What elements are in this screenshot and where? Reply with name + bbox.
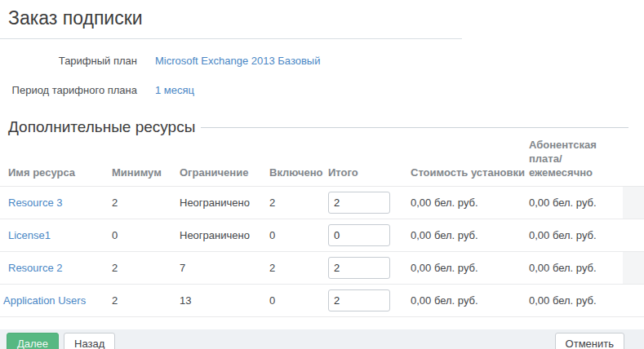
cell-included: 0	[269, 219, 328, 252]
column-header-monthly-fee: Абонентская плата/ ежемесячно	[529, 138, 623, 187]
cancel-button[interactable]: Отменить	[555, 333, 624, 349]
subscription-order-page: Заказ подписки Тарифный планMicrosoft Ex…	[0, 0, 644, 349]
total-input[interactable]	[328, 224, 390, 246]
cell-limit: 13	[180, 285, 269, 317]
resource-name-link[interactable]: License1	[8, 229, 51, 241]
table-row: License1 0 Неограничено 0 0,00 бел. руб.…	[0, 219, 644, 252]
next-button[interactable]: Далее	[7, 333, 59, 349]
back-button[interactable]: Назад	[64, 333, 115, 349]
column-header-minimum: Минимум	[112, 138, 180, 187]
cell-monthly-fee: 0,00 бел. руб.	[529, 187, 623, 219]
cell-monthly-fee: 0,00 бел. руб.	[529, 252, 623, 285]
cell-setup-cost: 0,00 бел. руб.	[411, 252, 529, 285]
resources-table: Имя ресурса Минимум Ограничение Включено…	[0, 138, 644, 317]
column-header-included: Включено	[269, 138, 328, 187]
cell-minimum: 2	[112, 252, 180, 285]
page-title: Заказ подписки	[8, 7, 462, 29]
cell-empty	[623, 252, 644, 285]
column-header-total: Итого	[328, 138, 411, 187]
period-link[interactable]: 1 месяц	[155, 84, 194, 96]
footer-action-bar: Далее Назад Отменить	[0, 329, 644, 349]
column-header-monthly-line1: Абонентская плата/	[529, 139, 597, 165]
column-header-setup-cost: Стоимость установки	[411, 138, 529, 187]
cell-empty	[623, 187, 644, 219]
cell-minimum: 2	[112, 285, 180, 317]
period-label: Период тарифного плана	[0, 82, 137, 98]
cell-included: 2	[269, 252, 328, 285]
resource-name-link[interactable]: Application Users	[3, 294, 86, 307]
resource-name-link[interactable]: Resource 2	[8, 262, 62, 274]
cell-monthly-fee: 0,00 бел. руб.	[529, 219, 623, 252]
column-header-name: Имя ресурса	[0, 138, 112, 187]
cell-included: 0	[269, 285, 328, 317]
resources-section-title: Дополнительные ресурсы	[8, 118, 195, 136]
table-header-row: Имя ресурса Минимум Ограничение Включено…	[0, 138, 644, 187]
resource-name-link[interactable]: Resource 3	[8, 197, 62, 209]
table-row: Resource 2 2 7 2 0,00 бел. руб. 0,00 бел…	[0, 252, 644, 285]
cell-setup-cost: 0,00 бел. руб.	[411, 285, 529, 317]
resources-section-header: Дополнительные ресурсы	[0, 118, 644, 136]
legend-divider-line	[201, 127, 628, 128]
table-row: Application Users 2 13 0 0,00 бел. руб. …	[0, 285, 644, 317]
page-title-wrap: Заказ подписки	[0, 0, 462, 39]
cell-limit: Неограничено	[180, 187, 269, 219]
cell-minimum: 0	[112, 219, 180, 252]
plan-link[interactable]: Microsoft Exchange 2013 Базовый	[155, 55, 320, 67]
cell-empty	[623, 285, 644, 317]
cell-limit: Неограничено	[180, 219, 269, 252]
cell-limit: 7	[180, 252, 269, 285]
cell-included: 2	[269, 187, 328, 219]
total-input[interactable]	[328, 257, 390, 279]
cell-monthly-fee: 0,00 бел. руб.	[529, 285, 623, 317]
total-input[interactable]	[328, 289, 390, 311]
column-header-empty	[623, 138, 644, 187]
plan-row: Тарифный планMicrosoft Exchange 2013 Баз…	[0, 53, 644, 68]
plan-label: Тарифный план	[0, 53, 137, 68]
column-header-monthly-line2: ежемесячно	[529, 166, 593, 179]
cell-minimum: 2	[112, 187, 180, 219]
cell-empty	[623, 219, 644, 252]
cell-setup-cost: 0,00 бел. руб.	[411, 219, 529, 252]
period-row: Период тарифного плана1 месяц	[0, 82, 644, 98]
total-input[interactable]	[328, 192, 390, 214]
cell-setup-cost: 0,00 бел. руб.	[411, 187, 529, 219]
column-header-limit: Ограничение	[180, 138, 269, 187]
table-row: Resource 3 2 Неограничено 2 0,00 бел. ру…	[0, 187, 644, 219]
